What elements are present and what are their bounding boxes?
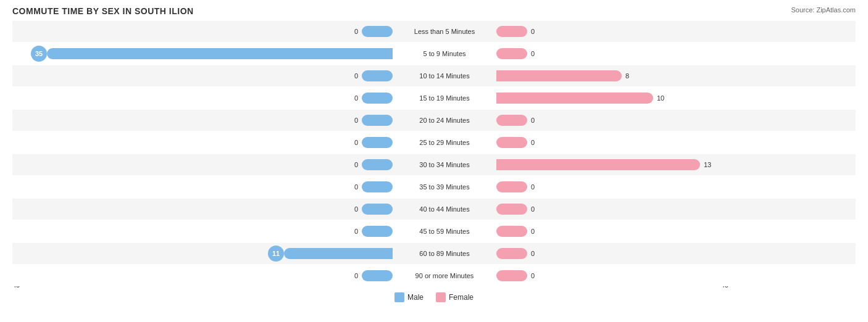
legend-female: Female xyxy=(436,292,474,302)
bar-row: 0 20 to 24 Minutes 0 xyxy=(12,110,856,131)
male-bar xyxy=(47,48,393,59)
bar-row: 0 10 to 14 Minutes 8 xyxy=(12,65,856,86)
left-section: 11 xyxy=(12,243,395,264)
left-section: 35 xyxy=(12,43,395,64)
female-value: 10 xyxy=(657,94,669,102)
bar-label: 25 to 29 Minutes xyxy=(395,139,494,146)
male-value: 0 xyxy=(346,117,358,124)
bar-label: 10 to 14 Minutes xyxy=(395,72,494,80)
male-value: 0 xyxy=(346,228,358,235)
left-section: 0 xyxy=(12,110,395,131)
male-value: 0 xyxy=(346,161,358,168)
male-bar xyxy=(362,204,393,215)
male-value: 0 xyxy=(346,94,358,102)
chart-area: 0 Less than 5 Minutes 0 35 5 to 9 Minute… xyxy=(12,21,856,280)
bar-row: 0 40 to 44 Minutes 0 xyxy=(12,199,856,220)
male-value-badge: 35 xyxy=(31,46,47,62)
right-section: 0 xyxy=(494,21,728,42)
bar-label: 20 to 24 Minutes xyxy=(395,117,494,124)
chart-container: COMMUTE TIME BY SEX IN SOUTH ILION Sourc… xyxy=(0,0,868,322)
right-section: 0 xyxy=(494,243,728,264)
legend-male: Male xyxy=(394,292,424,302)
bar-row: 0 25 to 29 Minutes 0 xyxy=(12,132,856,153)
female-value: 0 xyxy=(531,183,543,191)
male-bar xyxy=(362,137,393,148)
male-bar xyxy=(362,70,393,81)
bar-row: 0 45 to 59 Minutes 0 xyxy=(12,221,856,242)
female-bar xyxy=(496,226,527,237)
female-bar xyxy=(496,181,527,192)
right-section: 13 xyxy=(494,154,728,175)
female-value: 0 xyxy=(531,117,543,124)
bar-label: 35 to 39 Minutes xyxy=(395,183,494,191)
bar-label: 90 or more Minutes xyxy=(395,272,494,279)
left-section: 0 xyxy=(12,65,395,86)
female-bar xyxy=(496,204,527,215)
legend: Male Female xyxy=(12,292,856,302)
female-bar xyxy=(496,48,527,59)
right-section: 0 xyxy=(494,199,728,220)
female-bar xyxy=(496,115,527,126)
female-bar xyxy=(496,26,527,37)
left-section: 0 xyxy=(12,221,395,242)
female-value: 0 xyxy=(531,205,543,213)
female-value: 8 xyxy=(625,72,638,80)
female-value: 0 xyxy=(531,272,543,279)
female-value: 13 xyxy=(704,161,716,168)
female-bar xyxy=(496,248,527,259)
female-value: 0 xyxy=(531,139,543,146)
bar-row: 0 35 to 39 Minutes 0 xyxy=(12,176,856,197)
bar-label: 60 to 89 Minutes xyxy=(395,250,494,257)
bar-label: 5 to 9 Minutes xyxy=(395,50,494,57)
bar-row: 0 Less than 5 Minutes 0 xyxy=(12,21,856,42)
male-value: 0 xyxy=(346,28,358,35)
right-section: 0 xyxy=(494,132,728,153)
bar-row: 11 60 to 89 Minutes 0 xyxy=(12,243,856,264)
right-section: 0 xyxy=(494,221,728,242)
chart-title: COMMUTE TIME BY SEX IN SOUTH ILION xyxy=(12,6,856,16)
bar-label: 40 to 44 Minutes xyxy=(395,205,494,213)
bar-label: 30 to 34 Minutes xyxy=(395,161,494,168)
male-bar xyxy=(362,93,393,104)
left-section: 0 xyxy=(12,176,395,197)
male-value: 0 xyxy=(346,183,358,191)
right-section: 8 xyxy=(494,65,728,86)
bar-row: 0 90 or more Minutes 0 xyxy=(12,265,856,286)
male-value: 0 xyxy=(346,272,358,279)
male-bar xyxy=(362,159,393,170)
bar-label: Less than 5 Minutes xyxy=(395,28,494,35)
right-section: 0 xyxy=(494,265,728,286)
left-section: 0 xyxy=(12,21,395,42)
male-bar xyxy=(284,248,393,259)
right-section: 0 xyxy=(494,110,728,131)
male-bar xyxy=(362,270,393,281)
right-section: 0 xyxy=(494,176,728,197)
left-section: 0 xyxy=(12,199,395,220)
male-value: 0 xyxy=(346,72,358,80)
male-bar xyxy=(362,115,393,126)
right-section: 0 xyxy=(494,43,728,64)
female-bar xyxy=(496,270,527,281)
female-value: 0 xyxy=(531,250,543,257)
male-bar xyxy=(362,226,393,237)
source-text: Source: ZipAtlas.com xyxy=(791,6,856,14)
bar-label: 45 to 59 Minutes xyxy=(395,228,494,235)
bar-label: 15 to 19 Minutes xyxy=(395,94,494,102)
female-value: 0 xyxy=(531,28,543,35)
legend-female-label: Female xyxy=(449,293,474,302)
female-value: 0 xyxy=(531,228,543,235)
female-value: 0 xyxy=(531,50,543,57)
male-bar xyxy=(362,181,393,192)
bar-row: 0 30 to 34 Minutes 13 xyxy=(12,154,856,175)
right-section: 10 xyxy=(494,88,728,109)
male-value: 0 xyxy=(346,139,358,146)
left-section: 0 xyxy=(12,154,395,175)
female-bar xyxy=(496,159,700,170)
male-bar xyxy=(362,26,393,37)
left-section: 0 xyxy=(12,132,395,153)
left-section: 0 xyxy=(12,88,395,109)
legend-female-box xyxy=(436,292,446,302)
female-bar xyxy=(496,137,527,148)
bar-row: 35 5 to 9 Minutes 0 xyxy=(12,43,856,64)
female-bar xyxy=(496,70,622,81)
